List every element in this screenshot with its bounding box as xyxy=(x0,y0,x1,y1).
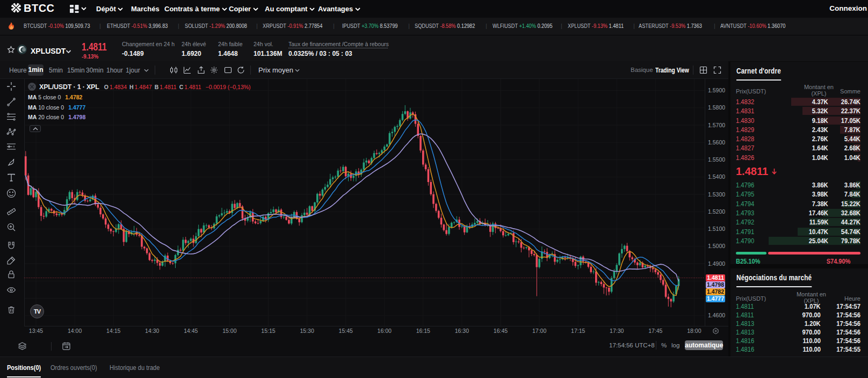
svg-text:1.5600: 1.5600 xyxy=(708,139,725,146)
svg-text:1.4798: 1.4798 xyxy=(707,281,724,288)
svg-text:1.5400: 1.5400 xyxy=(708,173,725,180)
svg-text:14:15: 14:15 xyxy=(106,328,120,334)
svg-text:16:00: 16:00 xyxy=(378,328,392,334)
svg-text:15:00: 15:00 xyxy=(222,328,236,334)
svg-text:1.5300: 1.5300 xyxy=(708,191,725,198)
svg-text:1.4782: 1.4782 xyxy=(707,288,724,295)
svg-text:1.5100: 1.5100 xyxy=(708,226,725,232)
svg-text:13:45: 13:45 xyxy=(29,328,43,334)
svg-text:14:45: 14:45 xyxy=(184,328,198,334)
svg-text:15:15: 15:15 xyxy=(261,328,275,334)
svg-text:1.4811: 1.4811 xyxy=(707,274,724,281)
svg-text:15:45: 15:45 xyxy=(339,328,353,334)
svg-text:1.5700: 1.5700 xyxy=(708,122,725,128)
svg-text:17:00: 17:00 xyxy=(532,328,546,334)
svg-text:16:15: 16:15 xyxy=(416,328,430,334)
svg-text:16:30: 16:30 xyxy=(455,328,469,334)
svg-text:16:45: 16:45 xyxy=(494,328,508,334)
svg-text:15:30: 15:30 xyxy=(300,328,314,334)
svg-text:1.5500: 1.5500 xyxy=(708,156,725,163)
svg-text:1.5200: 1.5200 xyxy=(708,208,725,215)
svg-text:14:30: 14:30 xyxy=(145,328,159,334)
svg-text:1.5800: 1.5800 xyxy=(708,104,725,111)
svg-text:17:45: 17:45 xyxy=(648,328,662,334)
svg-text:14:00: 14:00 xyxy=(68,328,82,334)
svg-text:18:00: 18:00 xyxy=(687,328,701,334)
svg-text:17:30: 17:30 xyxy=(610,328,624,334)
svg-text:1.4900: 1.4900 xyxy=(708,260,725,267)
svg-text:1.4600: 1.4600 xyxy=(708,312,725,318)
svg-text:1.4777: 1.4777 xyxy=(707,295,724,302)
svg-text:17:15: 17:15 xyxy=(571,328,585,334)
svg-text:1.5900: 1.5900 xyxy=(708,87,725,93)
svg-text:1.5000: 1.5000 xyxy=(708,243,725,249)
